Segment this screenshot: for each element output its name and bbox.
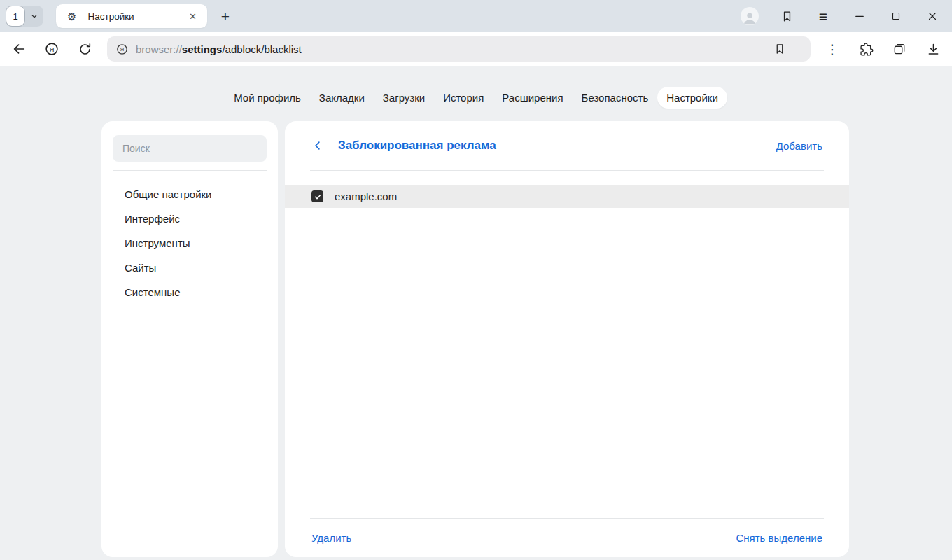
settings-top-nav: Мой профиль Закладки Загрузки История Ра… <box>0 87 952 108</box>
reload-button[interactable] <box>74 38 95 59</box>
search-input[interactable] <box>113 135 267 162</box>
nav-tab-settings[interactable]: Настройки <box>657 87 727 108</box>
url-highlight: settings <box>182 43 223 55</box>
more-options-icon[interactable]: ⋮ <box>822 38 843 59</box>
address-bar[interactable]: Я browser://settings/adblock/blacklist <box>107 36 811 62</box>
panel-footer: Удалить Снять выделение <box>285 518 849 557</box>
panel-title: Заблокированная реклама <box>338 139 496 153</box>
chevron-down-icon[interactable] <box>25 11 43 21</box>
yandex-home-icon[interactable]: Я <box>41 38 62 59</box>
delete-button[interactable]: Удалить <box>312 532 351 544</box>
blocked-ads-panel: Заблокированная реклама Добавить example… <box>285 121 849 557</box>
browser-toolbar: Я Я browser://settings/adblock/blacklist… <box>0 32 952 66</box>
menu-hamburger-icon[interactable]: ≡ <box>815 8 832 24</box>
tab-group-chip[interactable]: 1 <box>6 6 43 27</box>
settings-favicon-gear-icon: ⚙ <box>67 11 76 22</box>
sidebar-item-general[interactable]: Общие настройки <box>113 182 267 206</box>
url-text: browser://settings/adblock/blacklist <box>136 43 302 55</box>
row-domain: example.com <box>335 190 397 202</box>
blacklist-row[interactable]: example.com <box>285 185 849 208</box>
sidebar-menu: Общие настройки Интерфейс Инструменты Са… <box>113 182 267 304</box>
sidebar-item-tools[interactable]: Инструменты <box>113 231 267 255</box>
window-maximize-button[interactable] <box>888 8 904 24</box>
url-suffix: /adblock/blacklist <box>222 43 301 55</box>
tab-title: Настройки <box>88 11 186 22</box>
sidebar-item-sites[interactable]: Сайты <box>113 255 267 280</box>
panel-back-chevron-icon[interactable] <box>312 139 324 152</box>
window-minimize-button[interactable] <box>851 8 868 24</box>
page-scheme-icon: Я <box>115 43 129 56</box>
bookmark-page-icon[interactable] <box>769 38 790 59</box>
nav-tab-security[interactable]: Безопасность <box>573 87 658 108</box>
back-button[interactable] <box>8 38 29 59</box>
nav-tab-extensions[interactable]: Расширения <box>493 87 572 108</box>
url-prefix: browser:// <box>136 43 182 55</box>
svg-text:Я: Я <box>120 46 124 52</box>
deselect-button[interactable]: Снять выделение <box>736 532 822 544</box>
active-browser-tab[interactable]: ⚙ Настройки ✕ <box>56 4 207 28</box>
browser-tab-bar: 1 ⚙ Настройки ✕ + ≡ <box>0 0 952 32</box>
side-panels-icon[interactable] <box>889 38 910 59</box>
settings-sidebar: Общие настройки Интерфейс Инструменты Са… <box>102 121 278 557</box>
tab-group-count[interactable]: 1 <box>6 6 25 27</box>
blacklist-rows: example.com <box>285 185 849 208</box>
sidebar-item-system[interactable]: Системные <box>113 280 267 304</box>
sidebar-divider <box>113 170 267 171</box>
window-close-button[interactable] <box>924 8 941 24</box>
profile-avatar[interactable] <box>741 7 759 25</box>
bookmarks-panel-icon[interactable] <box>778 8 795 24</box>
row-checkbox-checked[interactable] <box>312 190 323 202</box>
nav-tab-bookmarks[interactable]: Закладки <box>310 87 374 108</box>
extensions-puzzle-icon[interactable] <box>855 38 876 59</box>
sidebar-item-interface[interactable]: Интерфейс <box>113 206 267 231</box>
tab-close-icon[interactable]: ✕ <box>186 10 200 22</box>
nav-tab-history[interactable]: История <box>434 87 493 108</box>
new-tab-button[interactable]: + <box>216 6 235 26</box>
downloads-icon[interactable] <box>923 38 944 59</box>
settings-page: Мой профиль Закладки Загрузки История Ра… <box>0 66 952 560</box>
svg-text:Я: Я <box>50 46 55 53</box>
panel-header: Заблокированная реклама Добавить <box>285 121 849 170</box>
nav-tab-profile[interactable]: Мой профиль <box>225 87 310 108</box>
nav-tab-downloads[interactable]: Загрузки <box>374 87 434 108</box>
panel-header-divider <box>310 170 824 171</box>
add-button[interactable]: Добавить <box>776 140 822 152</box>
